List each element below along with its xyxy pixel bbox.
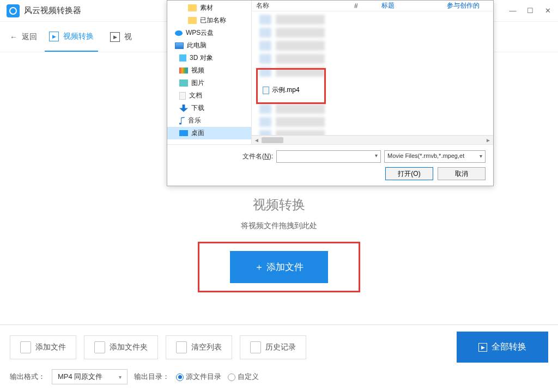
options-row: 输出格式： MP4 同原文件 输出目录： 源文件目录 自定义 [10,369,548,384]
maximize-button[interactable]: ☐ [526,7,534,15]
convert-all-button[interactable]: ▶全部转换 [457,332,548,363]
nav-video[interactable]: 视频 [167,64,251,77]
nav-sucai[interactable]: 素材 [167,2,251,14]
folder-icon [94,341,105,353]
desktop-icon [179,130,188,136]
cube-icon [179,54,186,62]
music-icon [179,117,185,125]
tab-other-icon: ▶ [110,32,120,42]
filename-input[interactable] [276,150,381,163]
app-logo-icon [7,4,20,17]
scroll-right-icon[interactable]: ► [483,137,493,143]
back-button[interactable]: ← 返回 [10,32,37,42]
list-item[interactable] [259,117,486,127]
toolbar-add-folder[interactable]: 添加文件夹 [84,335,158,359]
folder-icon [188,4,197,11]
tab-video-convert[interactable]: ▶ 视频转换 [45,22,98,52]
filename-row: 文件名(N): Movie Files(*.rmvb,*.mpeg,et [175,150,486,163]
list-item[interactable] [259,15,486,24]
drop-title: 视频转换 [198,196,360,213]
pc-icon [175,42,184,49]
nav-downloads[interactable]: 下载 [167,102,251,114]
nav-wps[interactable]: WPS云盘 [167,27,251,39]
convert-icon: ▶ [49,32,59,41]
cancel-button[interactable]: 取消 [438,167,486,180]
dialog-nav-tree[interactable]: 素材 已加名称 WPS云盘 此电脑 3D 对象 视频 图片 文档 下载 音乐 桌… [167,1,252,144]
drop-subtitle: 将视频文件拖拽到此处 [198,221,360,231]
dialog-footer: 文件名(N): Movie Files(*.rmvb,*.mpeg,et 打开(… [167,144,493,186]
toolbar-history[interactable]: 历史记录 [240,335,306,359]
tab-other[interactable]: ▶ 视 [106,22,136,52]
file-open-dialog: 素材 已加名称 WPS云盘 此电脑 3D 对象 视频 图片 文档 下载 音乐 桌… [167,0,494,186]
radio-custom-label: 自定义 [238,372,259,381]
doc-icon [179,92,186,100]
list-item[interactable] [259,54,486,64]
bottom-bar: 添加文件 添加文件夹 清空列表 历史记录 ▶全部转换 输出格式： MP4 同原文… [0,324,558,392]
minimize-button[interactable]: — [509,7,517,15]
nav-3d[interactable]: 3D 对象 [167,52,251,64]
arrow-left-icon: ← [10,33,17,41]
trash-icon [176,341,187,353]
file-highlight-box [256,68,326,104]
window-controls: — ☐ ✕ [509,7,551,15]
toolbar-add-file[interactable]: 添加文件 [10,335,76,359]
list-header: 名称 # 标题 参与创作的 [252,1,493,11]
header-artist[interactable]: 参与创作的 [442,1,484,10]
tab-other-label: 视 [124,32,132,42]
header-num[interactable]: # [350,2,377,10]
radio-icon [176,373,184,381]
highlight-box: ＋ 添加文件 [198,242,360,292]
radio-custom-dir[interactable]: 自定义 [228,372,259,382]
toolbar-history-label: 历史记录 [265,342,296,352]
nav-thispc[interactable]: 此电脑 [167,39,251,52]
dialog-body: 素材 已加名称 WPS云盘 此电脑 3D 对象 视频 图片 文档 下载 音乐 桌… [167,1,493,144]
list-item[interactable] [259,104,486,114]
folder-icon [188,17,197,24]
tab-label: 视频转换 [63,32,94,41]
scroll-left-icon[interactable]: ◄ [252,137,262,143]
toolbar-row: 添加文件 添加文件夹 清空列表 历史记录 ▶全部转换 [10,332,548,363]
output-format-value: MP4 同原文件 [58,372,102,382]
dialog-buttons: 打开(O) 取消 [175,167,486,180]
download-icon [179,105,188,112]
add-file-button[interactable]: ＋ 添加文件 [230,251,328,283]
dialog-file-list[interactable]: 名称 # 标题 参与创作的 示例.mp4 ◄► [252,1,493,144]
toolbar-clear-label: 清空列表 [191,342,222,352]
nav-desktop[interactable]: 桌面 [167,127,251,139]
output-format-label: 输出格式： [10,372,45,382]
open-button[interactable]: 打开(O) [385,167,433,180]
cloud-icon [175,30,183,36]
video-icon [179,68,188,74]
nav-music[interactable]: 音乐 [167,114,251,127]
radio-icon [228,373,235,381]
scroll-thumb[interactable] [262,137,283,143]
image-icon [179,79,188,87]
nav-added[interactable]: 已加名称 [167,14,251,27]
nav-docs[interactable]: 文档 [167,89,251,102]
list-item[interactable] [259,41,486,51]
play-icon: ▶ [478,343,487,352]
header-title[interactable]: 标题 [377,1,442,10]
filetype-filter[interactable]: Movie Files(*.rmvb,*.mpeg,et [384,150,486,163]
history-icon [250,341,261,353]
nav-images[interactable]: 图片 [167,77,251,89]
filter-text: Movie Files(*.rmvb,*.mpeg,et [387,152,464,159]
close-button[interactable]: ✕ [544,7,551,15]
toolbar-add-folder-label: 添加文件夹 [110,342,148,352]
radio-source-dir[interactable]: 源文件目录 [176,372,221,382]
output-dir-label: 输出目录： [134,372,169,382]
back-label: 返回 [22,32,37,42]
list-item[interactable] [259,28,486,38]
file-icon [20,341,31,353]
horizontal-scrollbar[interactable]: ◄► [252,135,493,144]
drop-area[interactable]: 视频转换 将视频文件拖拽到此处 ＋ 添加文件 [198,196,360,292]
toolbar-clear[interactable]: 清空列表 [166,335,232,359]
header-name[interactable]: 名称 [252,1,350,10]
radio-source-label: 源文件目录 [186,372,221,381]
filename-label: 文件名(N): [242,152,273,161]
toolbar-add-file-label: 添加文件 [35,342,66,352]
convert-all-label: 全部转换 [492,341,526,353]
output-format-select[interactable]: MP4 同原文件 [52,369,128,384]
